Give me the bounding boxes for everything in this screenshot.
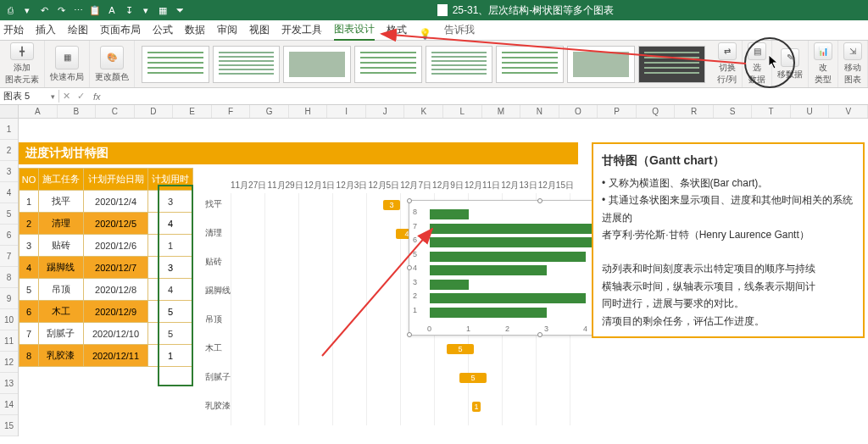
tab-dev[interactable]: 开发工具 xyxy=(281,20,322,40)
col-header[interactable]: I xyxy=(327,105,366,118)
chart-bar[interactable] xyxy=(430,265,547,275)
table-cell[interactable]: 清理 xyxy=(39,213,84,235)
table-cell[interactable]: 2020/12/4 xyxy=(83,191,147,213)
table-cell[interactable]: 贴砖 xyxy=(39,235,84,257)
col-header[interactable]: V xyxy=(829,105,868,118)
chevron-down-icon[interactable]: ▾ xyxy=(51,92,55,101)
row-header[interactable]: 7 xyxy=(0,246,18,267)
chart-bar[interactable] xyxy=(430,308,547,318)
table-cell[interactable]: 6 xyxy=(19,301,39,323)
row-header[interactable]: 11 xyxy=(0,330,18,352)
name-box[interactable]: 图表 5 ▾ xyxy=(0,90,59,103)
chart-bar[interactable] xyxy=(430,280,469,290)
col-header[interactable]: E xyxy=(173,105,212,118)
table-cell[interactable]: 1 xyxy=(19,191,39,213)
style-thumb[interactable] xyxy=(496,46,564,83)
table-cell[interactable]: 2020/12/8 xyxy=(83,279,147,301)
table-cell[interactable]: 5 xyxy=(148,301,193,323)
row-headers[interactable]: 123456789101112131415 xyxy=(0,119,19,436)
table-row[interactable]: 6木工2020/12/95 xyxy=(19,301,193,323)
style-thumb[interactable] xyxy=(142,46,209,83)
table-cell[interactable]: 2020/12/7 xyxy=(83,257,147,279)
col-header[interactable]: Q xyxy=(637,105,676,118)
qat-btn[interactable]: ▾ xyxy=(139,3,153,17)
row-header[interactable]: 8 xyxy=(0,267,18,288)
tab-review[interactable]: 审阅 xyxy=(217,20,237,40)
style-thumb[interactable] xyxy=(426,46,493,83)
row-header[interactable]: 15 xyxy=(0,415,18,436)
column-headers[interactable]: ABCDEFGHIJKLMNOPQRSTUV xyxy=(19,105,868,119)
qat-btn[interactable]: ▦ xyxy=(156,3,170,17)
chart-bar[interactable] xyxy=(430,209,469,219)
col-header[interactable]: F xyxy=(212,105,251,118)
fx-confirm[interactable]: ✓ xyxy=(74,91,88,102)
style-thumb[interactable] xyxy=(354,46,422,83)
table-cell[interactable]: 吊顶 xyxy=(39,279,84,301)
table-cell[interactable]: 2020/12/5 xyxy=(83,213,147,235)
qat-btn[interactable]: ⏷ xyxy=(173,3,186,17)
table-row[interactable]: 3贴砖2020/12/61 xyxy=(19,235,193,257)
table-cell[interactable]: 找平 xyxy=(39,191,84,213)
qat-btn[interactable]: ⋯ xyxy=(71,3,85,17)
redo-icon[interactable]: ↷ xyxy=(54,3,68,17)
table-row[interactable]: 4踢脚线2020/12/73 xyxy=(19,257,193,279)
row-header[interactable]: 14 xyxy=(0,394,18,415)
tab-view[interactable]: 视图 xyxy=(249,20,270,40)
col-header[interactable]: C xyxy=(96,105,135,118)
table-cell[interactable]: 4 xyxy=(148,213,193,235)
row-header[interactable]: 3 xyxy=(0,161,18,182)
style-thumb[interactable] xyxy=(283,46,351,83)
fx-icon[interactable]: fx xyxy=(88,92,106,102)
row-header[interactable]: 2 xyxy=(0,140,18,161)
gantt-bar[interactable]: 1 xyxy=(472,402,481,412)
col-header[interactable]: B xyxy=(58,105,97,118)
row-header[interactable]: 12 xyxy=(0,352,18,373)
tab-format[interactable]: 格式 xyxy=(387,20,407,40)
tab-insert[interactable]: 插入 xyxy=(36,20,56,40)
col-header[interactable]: S xyxy=(714,105,753,118)
gantt-bar[interactable]: 5 xyxy=(447,344,474,354)
table-cell[interactable]: 2020/12/11 xyxy=(83,345,147,367)
tab-data[interactable]: 数据 xyxy=(185,20,205,40)
table-cell[interactable]: 2020/12/9 xyxy=(83,301,147,323)
style-thumb[interactable] xyxy=(213,46,281,83)
col-header[interactable]: T xyxy=(752,105,791,118)
table-cell[interactable]: 踢脚线 xyxy=(39,257,84,279)
change-type-icon[interactable]: 📊 xyxy=(814,42,832,60)
row-header[interactable]: 5 xyxy=(0,203,18,225)
row-header[interactable]: 9 xyxy=(0,288,18,309)
qat-dropdown-icon[interactable]: ▾ xyxy=(20,3,34,17)
qat-btn[interactable]: ↧ xyxy=(122,3,136,17)
style-gallery[interactable] xyxy=(135,41,712,87)
switch-row-col-icon[interactable]: ⇄ xyxy=(718,42,737,60)
table-row[interactable]: 8乳胶漆2020/12/111 xyxy=(19,345,193,367)
table-cell[interactable]: 3 xyxy=(148,191,193,213)
table-cell[interactable]: 4 xyxy=(19,257,39,279)
col-header[interactable]: N xyxy=(520,105,559,118)
table-row[interactable]: 5吊顶2020/12/84 xyxy=(19,279,193,301)
tab-formula[interactable]: 公式 xyxy=(153,20,173,40)
col-header[interactable]: J xyxy=(366,105,405,118)
tab-chart-design[interactable]: 图表设计 xyxy=(334,19,375,41)
table-cell[interactable]: 2020/12/6 xyxy=(83,235,147,257)
col-header[interactable]: M xyxy=(482,105,521,118)
table-cell[interactable]: 4 xyxy=(148,279,193,301)
table-cell[interactable]: 乳胶漆 xyxy=(39,345,84,367)
col-header[interactable]: O xyxy=(559,105,598,118)
row-header[interactable]: 10 xyxy=(0,309,18,330)
select-data-icon[interactable]: ▤ xyxy=(748,42,766,60)
change-colors-icon[interactable]: 🎨 xyxy=(100,46,124,69)
chart-bar[interactable] xyxy=(430,252,586,262)
table-cell[interactable]: 3 xyxy=(148,257,193,279)
table-cell[interactable]: 1 xyxy=(148,235,193,257)
table-row[interactable]: 2清理2020/12/54 xyxy=(19,213,193,235)
table-cell[interactable]: 2020/12/10 xyxy=(83,323,147,345)
table-cell[interactable]: 3 xyxy=(19,235,39,257)
style-thumb[interactable] xyxy=(567,46,635,83)
col-header[interactable]: H xyxy=(289,105,328,118)
table-cell[interactable]: 刮腻子 xyxy=(39,323,84,345)
tab-layout[interactable]: 页面布局 xyxy=(100,20,141,40)
col-header[interactable]: U xyxy=(791,105,830,118)
qat-btn[interactable]: A xyxy=(105,3,119,17)
table-cell[interactable]: 5 xyxy=(19,279,39,301)
